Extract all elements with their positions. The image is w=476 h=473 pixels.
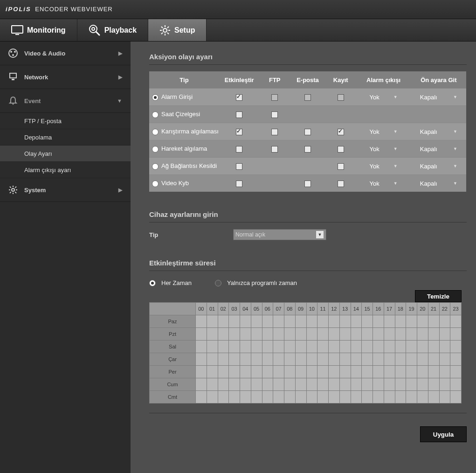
schedule-cell[interactable] xyxy=(273,341,284,353)
checkbox-icon[interactable] xyxy=(271,146,278,153)
sidebar-group-system[interactable]: System ▶ xyxy=(0,178,131,202)
schedule-cell[interactable] xyxy=(196,341,207,353)
schedule-cell[interactable] xyxy=(439,315,450,328)
schedule-cell[interactable] xyxy=(373,328,384,341)
schedule-cell[interactable] xyxy=(373,315,384,328)
dropdown[interactable]: Kapalı▼ xyxy=(420,146,457,153)
schedule-cell[interactable] xyxy=(428,341,439,353)
schedule-cell[interactable] xyxy=(450,341,462,353)
schedule-cell[interactable] xyxy=(218,391,229,403)
schedule-cell[interactable] xyxy=(240,366,251,378)
schedule-cell[interactable] xyxy=(295,341,306,353)
schedule-cell[interactable] xyxy=(351,378,362,391)
dropdown[interactable]: Kapalı▼ xyxy=(420,94,457,101)
schedule-cell[interactable] xyxy=(284,391,296,403)
schedule-cell[interactable] xyxy=(417,391,428,403)
schedule-cell[interactable] xyxy=(395,391,406,403)
schedule-cell[interactable] xyxy=(196,391,207,403)
checkbox-icon[interactable] xyxy=(338,146,344,153)
schedule-cell[interactable] xyxy=(207,328,218,341)
schedule-cell[interactable] xyxy=(251,328,262,341)
schedule-cell[interactable] xyxy=(251,378,262,391)
schedule-cell[interactable] xyxy=(207,366,218,378)
schedule-cell[interactable] xyxy=(351,391,362,403)
schedule-cell[interactable] xyxy=(251,366,262,378)
schedule-cell[interactable] xyxy=(428,353,439,366)
radio-icon[interactable] xyxy=(152,94,159,101)
schedule-cell[interactable] xyxy=(406,328,417,341)
schedule-cell[interactable] xyxy=(384,328,395,341)
schedule-cell[interactable] xyxy=(284,315,296,328)
schedule-cell[interactable] xyxy=(262,366,273,378)
schedule-cell[interactable] xyxy=(329,378,340,391)
schedule-cell[interactable] xyxy=(284,328,296,341)
schedule-cell[interactable] xyxy=(417,378,428,391)
schedule-cell[interactable] xyxy=(295,328,306,341)
schedule-cell[interactable] xyxy=(317,328,329,341)
schedule-cell[interactable] xyxy=(196,353,207,366)
schedule-cell[interactable] xyxy=(428,366,439,378)
schedule-cell[interactable] xyxy=(306,353,317,366)
schedule-cell[interactable] xyxy=(450,366,462,378)
schedule-cell[interactable] xyxy=(262,341,273,353)
schedule-cell[interactable] xyxy=(229,366,240,378)
schedule-cell[interactable] xyxy=(351,341,362,353)
schedule-cell[interactable] xyxy=(362,353,373,366)
schedule-cell[interactable] xyxy=(273,366,284,378)
schedule-cell[interactable] xyxy=(373,341,384,353)
checkbox-icon[interactable] xyxy=(338,181,344,187)
checkbox-icon[interactable] xyxy=(271,129,278,135)
schedule-cell[interactable] xyxy=(362,391,373,403)
schedule-cell[interactable] xyxy=(439,328,450,341)
schedule-cell[interactable] xyxy=(218,378,229,391)
schedule-cell[interactable] xyxy=(317,315,329,328)
schedule-cell[interactable] xyxy=(450,378,462,391)
schedule-cell[interactable] xyxy=(207,378,218,391)
device-type-select[interactable]: Normal açık ▼ xyxy=(233,229,326,240)
schedule-cell[interactable] xyxy=(329,391,340,403)
schedule-cell[interactable] xyxy=(284,341,296,353)
schedule-cell[interactable] xyxy=(317,353,329,366)
checkbox-icon[interactable] xyxy=(304,146,311,153)
schedule-cell[interactable] xyxy=(262,391,273,403)
schedule-cell[interactable] xyxy=(351,315,362,328)
schedule-cell[interactable] xyxy=(450,353,462,366)
schedule-cell[interactable] xyxy=(306,341,317,353)
schedule-cell[interactable] xyxy=(317,341,329,353)
schedule-cell[interactable] xyxy=(395,315,406,328)
schedule-cell[interactable] xyxy=(395,328,406,341)
schedule-cell[interactable] xyxy=(428,378,439,391)
schedule-cell[interactable] xyxy=(351,353,362,366)
apply-button[interactable]: Uygula xyxy=(420,426,467,442)
schedule-cell[interactable] xyxy=(406,366,417,378)
schedule-cell[interactable] xyxy=(406,378,417,391)
schedule-cell[interactable] xyxy=(207,353,218,366)
schedule-cell[interactable] xyxy=(251,341,262,353)
schedule-cell[interactable] xyxy=(295,378,306,391)
radio-icon[interactable] xyxy=(152,146,159,153)
schedule-cell[interactable] xyxy=(218,353,229,366)
radio-scheduled[interactable]: Yalnızca programlı zaman xyxy=(215,279,297,286)
schedule-cell[interactable] xyxy=(329,353,340,366)
schedule-cell[interactable] xyxy=(417,366,428,378)
schedule-cell[interactable] xyxy=(339,366,351,378)
checkbox-icon[interactable] xyxy=(236,129,242,135)
schedule-cell[interactable] xyxy=(229,341,240,353)
dropdown[interactable]: Yok▼ xyxy=(370,180,398,187)
schedule-cell[interactable] xyxy=(439,378,450,391)
schedule-cell[interactable] xyxy=(240,341,251,353)
schedule-cell[interactable] xyxy=(329,315,340,328)
radio-always[interactable]: Her Zaman xyxy=(149,279,192,286)
schedule-cell[interactable] xyxy=(428,328,439,341)
schedule-cell[interactable] xyxy=(417,328,428,341)
schedule-cell[interactable] xyxy=(450,328,462,341)
sidebar-item-ftp-email[interactable]: FTP / E-posta xyxy=(0,113,131,129)
checkbox-icon[interactable] xyxy=(236,181,242,187)
radio-icon[interactable] xyxy=(152,129,159,135)
checkbox-icon[interactable] xyxy=(236,163,242,170)
schedule-cell[interactable] xyxy=(384,378,395,391)
schedule-cell[interactable] xyxy=(339,353,351,366)
dropdown[interactable]: Yok▼ xyxy=(370,94,398,101)
schedule-cell[interactable] xyxy=(240,328,251,341)
schedule-cell[interactable] xyxy=(373,353,384,366)
